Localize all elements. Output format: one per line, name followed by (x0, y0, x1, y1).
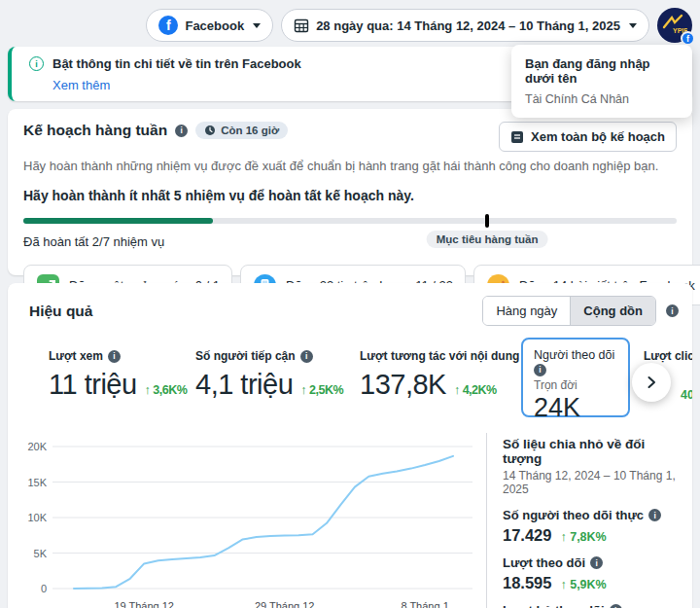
followers-line-chart: 05K10K15K20K19 Tháng 1229 Tháng 128 Thán… (8, 433, 478, 608)
stat-label: Lượt theo dõi (503, 555, 585, 570)
svg-text:29 Tháng 12: 29 Tháng 12 (255, 600, 315, 608)
svg-text:8 Tháng 1: 8 Tháng 1 (401, 600, 448, 608)
info-icon: i (29, 56, 44, 71)
top-bar: f Facebook 28 ngày qua: 14 Tháng 12, 202… (146, 8, 692, 43)
clock-icon (204, 125, 216, 136)
stat-change: ↑ 5,9K% (560, 578, 606, 591)
audience-breakdown-panel: Số liệu chia nhỏ về đối tượng 14 Tháng 1… (486, 433, 692, 608)
metric-label: Lượt click (644, 349, 692, 363)
metric-content-interactions[interactable]: Lượt tương tác với nội dungi 137,8K↑ 4,2… (360, 349, 521, 401)
audience-title: Số liệu chia nhỏ về đối tượng (503, 437, 679, 466)
date-range-label: 28 ngày qua: 14 Tháng 12, 2024 – 10 Thán… (316, 18, 620, 33)
svg-text:5K: 5K (34, 548, 48, 559)
metric-reach[interactable]: Số người tiếp cậni 4,1 triệu↑ 2,5K% (195, 349, 360, 401)
aggregation-tabs: Hàng ngày Cộng dồn (482, 296, 656, 326)
progress-fill (23, 218, 213, 224)
stat-net-followers: Số người theo dõi thựci 17.429↑ 7,8K% (503, 508, 679, 545)
plan-list-icon (510, 130, 524, 144)
metric-label: Người theo dõi (534, 348, 614, 362)
weekly-plan-goal-text: Hãy hoàn thành ít nhất 5 nhiệm vụ để hoà… (23, 188, 677, 203)
time-left-label: Còn 16 giờ (221, 125, 279, 136)
login-popup-account-name: Tài Chính Cá Nhân (525, 92, 679, 106)
chevron-down-icon (253, 23, 261, 28)
metric-value: 24K (534, 393, 617, 423)
platform-selector-button[interactable]: f Facebook (146, 9, 273, 42)
svg-text:19 Tháng 12: 19 Tháng 12 (114, 600, 174, 608)
view-full-plan-label: Xem toàn bộ kế hoạch (531, 129, 665, 144)
metric-change: ↑ 3,6K% (145, 383, 188, 397)
metrics-next-button[interactable] (632, 363, 671, 402)
metric-change: ↑ 4,2K% (454, 383, 497, 397)
info-icon[interactable]: i (610, 604, 622, 608)
time-left-badge: Còn 16 giờ (195, 122, 288, 139)
svg-text:20K: 20K (27, 441, 47, 452)
metric-value: 11 triệu (49, 369, 137, 401)
metric-label: Số người tiếp cận (195, 349, 296, 363)
stat-label: Số người theo dõi thực (503, 508, 644, 522)
stat-value: 17.429 (503, 526, 551, 545)
metrics-row: Lượt xemi 11 triệu↑ 3,6K% Số người tiếp … (8, 349, 692, 417)
audience-date-range: 14 Tháng 12, 2024 – 10 Tháng 1, 2025 (503, 469, 679, 496)
performance-title: Hiệu quả (29, 303, 92, 320)
chevron-right-icon (645, 376, 658, 389)
chevron-down-icon (629, 23, 637, 28)
banner-title: Bật thông tin chi tiết về tin trên Faceb… (52, 56, 301, 71)
avatar[interactable]: YPIP f (657, 8, 692, 43)
info-icon[interactable]: i (648, 509, 661, 521)
metric-value: 137,8K (360, 369, 446, 401)
weekly-plan-progress (23, 214, 677, 228)
stat-value: 18.595 (503, 574, 551, 592)
metric-change: 40 (681, 388, 692, 402)
platform-selector-label: Facebook (185, 18, 244, 33)
calendar-icon (294, 18, 309, 33)
metric-sublabel: Trọn đời (534, 378, 617, 392)
stat-label: Lượt bỏ theo dõi (503, 603, 605, 608)
svg-text:10K: 10K (27, 512, 47, 523)
stat-unfollows: Lượt bỏ theo dõii 1.166↑ 1,2K% (503, 603, 679, 608)
login-identity-popup: Bạn đang đăng nhập dưới tên Tài Chính Cá… (511, 45, 692, 118)
tab-daily[interactable]: Hàng ngày (483, 297, 570, 325)
svg-text:15K: 15K (27, 477, 47, 488)
info-icon[interactable]: i (590, 556, 603, 569)
metric-views[interactable]: Lượt xemi 11 triệu↑ 3,6K% (49, 349, 195, 401)
view-full-plan-button[interactable]: Xem toàn bộ kế hoạch (499, 122, 677, 152)
info-icon[interactable]: i (175, 125, 188, 137)
see-more-link[interactable]: Xem thêm (52, 78, 110, 92)
info-icon: i (534, 364, 546, 376)
facebook-badge-icon: f (681, 31, 695, 46)
weekly-plan-title: Kế hoạch hàng tuần (23, 122, 167, 139)
info-icon: i (108, 350, 121, 363)
facebook-logo-icon: f (158, 16, 178, 35)
date-range-button[interactable]: 28 ngày qua: 14 Tháng 12, 2024 – 10 Thán… (281, 9, 649, 42)
login-popup-title: Bạn đang đăng nhập dưới tên (525, 56, 679, 86)
goal-marker-label: Mục tiêu hàng tuần (427, 231, 548, 248)
stat-follows: Lượt theo dõii 18.595↑ 5,9K% (503, 555, 679, 592)
weekly-plan-card: Kế hoạch hàng tuần i Còn 16 giờ Xem toàn… (8, 109, 692, 275)
progress-caption: Đã hoàn tất 2/7 nhiệm vụ (23, 234, 164, 249)
metric-followers-selected[interactable]: Người theo dõii Trọn đời 24K (521, 338, 630, 417)
tab-cumulative[interactable]: Cộng dồn (570, 297, 655, 325)
metric-value: 4,1 triệu (195, 369, 293, 401)
svg-text:0: 0 (41, 583, 47, 594)
metric-change: ↑ 2,5K% (300, 383, 343, 397)
stat-change: ↑ 7,8K% (560, 530, 606, 544)
performance-card: Hiệu quả Hàng ngày Cộng dồn i Lượt xemi … (8, 283, 692, 608)
info-icon: i (300, 350, 313, 363)
info-icon[interactable]: i (666, 304, 679, 317)
metric-label: Lượt tương tác với nội dung (360, 349, 519, 363)
weekly-plan-subtitle: Hãy hoàn thành những nhiệm vụ được đề xu… (23, 159, 677, 173)
goal-marker (485, 214, 489, 228)
metric-label: Lượt xem (49, 349, 103, 363)
